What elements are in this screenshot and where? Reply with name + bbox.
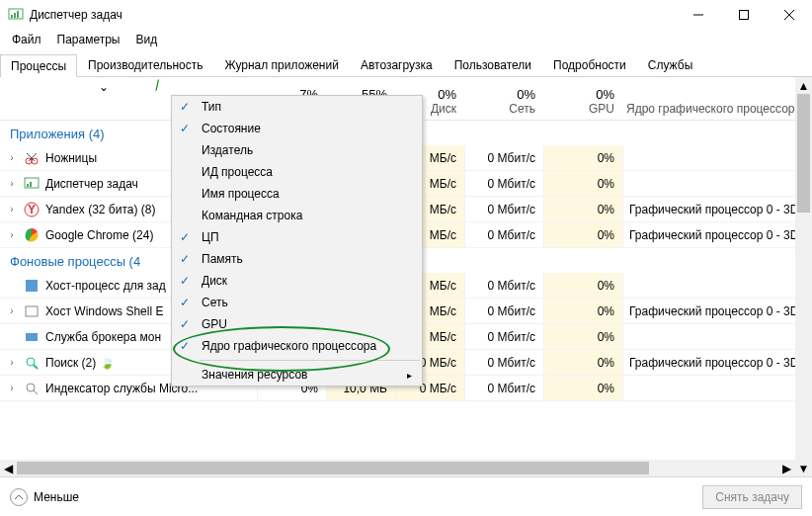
ctx-type[interactable]: ✓Тип: [172, 96, 422, 118]
taskmgr-icon: [24, 176, 40, 192]
ctx-status[interactable]: ✓Состояние: [172, 118, 422, 139]
service-icon: [24, 329, 40, 345]
menubar: Файл Параметры Вид: [0, 30, 812, 49]
tab-details[interactable]: Подробности: [542, 53, 637, 76]
submenu-arrow-icon: ▸: [407, 370, 412, 381]
ctx-network[interactable]: ✓Сеть: [172, 292, 422, 313]
ctx-gpu-engine[interactable]: ✓Ядро графического процессора: [172, 335, 422, 357]
scroll-thumb[interactable]: [797, 94, 810, 213]
scroll-up-button[interactable]: ▲: [795, 77, 812, 94]
footer: Меньше Снять задачу: [0, 476, 812, 516]
check-icon: ✓: [180, 317, 190, 331]
process-name: Yandex (32 бита) (8): [45, 203, 155, 216]
ctx-pid[interactable]: ИД процесса: [172, 161, 422, 183]
svg-rect-21: [26, 333, 38, 341]
expand-icon[interactable]: ›: [6, 357, 18, 368]
vertical-scrollbar[interactable]: ▲ ▼: [795, 77, 812, 476]
svg-rect-14: [30, 182, 32, 187]
expand-icon[interactable]: ›: [6, 152, 18, 163]
process-name: Диспетчер задач: [45, 177, 138, 191]
horizontal-scrollbar[interactable]: ◀ ▶: [0, 460, 795, 476]
yandex-icon: Y: [24, 202, 40, 217]
chevron-up-circle-icon: [10, 488, 28, 506]
expand-icon[interactable]: ›: [6, 383, 18, 393]
fewer-label: Меньше: [34, 490, 79, 504]
process-name: Ножницы: [45, 151, 97, 165]
check-icon: ✓: [180, 252, 190, 266]
menu-file[interactable]: Файл: [4, 31, 49, 48]
scroll-thumb[interactable]: [17, 462, 649, 474]
menu-view[interactable]: Вид: [127, 31, 165, 48]
chrome-icon: [24, 227, 40, 243]
app-icon: [8, 7, 24, 23]
menu-options[interactable]: Параметры: [49, 31, 128, 48]
sort-chevron-icon: ⌄: [99, 80, 109, 94]
ctx-gpu[interactable]: ✓GPU: [172, 313, 422, 335]
tab-startup[interactable]: Автозагрузка: [350, 53, 444, 76]
expand-icon[interactable]: ›: [6, 178, 18, 189]
separator: [200, 360, 420, 361]
svg-line-11: [29, 153, 37, 161]
scroll-right-button[interactable]: ▶: [778, 460, 795, 476]
column-context-menu: ✓Тип ✓Состояние Издатель ИД процесса Имя…: [171, 95, 423, 387]
ctx-process-name[interactable]: Имя процесса: [172, 183, 422, 205]
ctx-command-line[interactable]: Командная строка: [172, 205, 422, 226]
process-name: Служба брокера мон: [45, 330, 161, 344]
svg-line-10: [27, 153, 35, 161]
ctx-resource-values[interactable]: Значения ресурсов▸: [172, 364, 422, 386]
tab-app-history[interactable]: Журнал приложений: [214, 53, 350, 76]
column-gpu-engine[interactable]: .Ядро графического процессора: [622, 77, 810, 120]
scroll-left-button[interactable]: ◀: [0, 460, 17, 476]
ctx-publisher[interactable]: Издатель: [172, 139, 422, 161]
window-title: Диспетчер задач: [30, 8, 676, 22]
column-network[interactable]: 0%Сеть: [464, 77, 543, 120]
indexer-icon: [24, 381, 40, 396]
check-icon: ✓: [180, 230, 190, 244]
tab-bar: Процессы Производительность Журнал прило…: [0, 53, 812, 77]
svg-rect-2: [14, 13, 16, 18]
search-app-icon: [24, 355, 40, 371]
svg-rect-13: [27, 184, 29, 187]
snipping-icon: [24, 150, 40, 166]
check-icon: ✓: [180, 339, 190, 353]
process-name: Хост Windows Shell E: [45, 304, 163, 318]
scroll-down-button[interactable]: ▼: [795, 460, 812, 476]
tab-users[interactable]: Пользователи: [444, 53, 542, 76]
generic-app-icon: [24, 278, 40, 294]
svg-rect-3: [17, 11, 19, 18]
column-gpu[interactable]: 0%GPU: [543, 77, 622, 120]
svg-line-23: [34, 365, 38, 369]
tab-services[interactable]: Службы: [637, 53, 703, 76]
svg-point-22: [27, 358, 35, 366]
expand-icon[interactable]: ›: [6, 305, 18, 316]
maximize-button[interactable]: [721, 0, 767, 30]
check-icon: ✓: [180, 274, 190, 288]
svg-rect-19: [26, 280, 38, 292]
annotation-caret: ⁄: [153, 77, 161, 93]
end-task-button[interactable]: Снять задачу: [702, 485, 802, 509]
check-icon: ✓: [180, 122, 190, 135]
check-icon: ✓: [180, 100, 190, 114]
close-button[interactable]: [767, 0, 812, 30]
expand-icon[interactable]: ›: [6, 204, 18, 215]
leaf-icon: 🍃: [100, 356, 115, 370]
process-name: Google Chrome (24): [45, 228, 153, 242]
ctx-disk[interactable]: ✓Диск: [172, 270, 422, 292]
process-name: Хост-процесс для зад: [45, 279, 166, 293]
process-name: Поиск (2): [45, 356, 96, 370]
check-icon: ✓: [180, 296, 190, 309]
tab-performance[interactable]: Производительность: [77, 53, 213, 76]
svg-rect-20: [26, 306, 38, 316]
ctx-cpu[interactable]: ✓ЦП: [172, 226, 422, 248]
tab-processes[interactable]: Процессы: [0, 54, 77, 77]
svg-line-25: [34, 390, 38, 394]
shell-icon: [24, 303, 40, 319]
titlebar: Диспетчер задач: [0, 0, 812, 30]
ctx-memory[interactable]: ✓Память: [172, 248, 422, 270]
minimize-button[interactable]: [676, 0, 721, 30]
svg-rect-1: [11, 15, 13, 18]
svg-text:Y: Y: [28, 203, 36, 216]
expand-icon[interactable]: ›: [6, 229, 18, 240]
svg-rect-5: [740, 11, 749, 20]
fewer-details-button[interactable]: Меньше: [10, 488, 79, 506]
